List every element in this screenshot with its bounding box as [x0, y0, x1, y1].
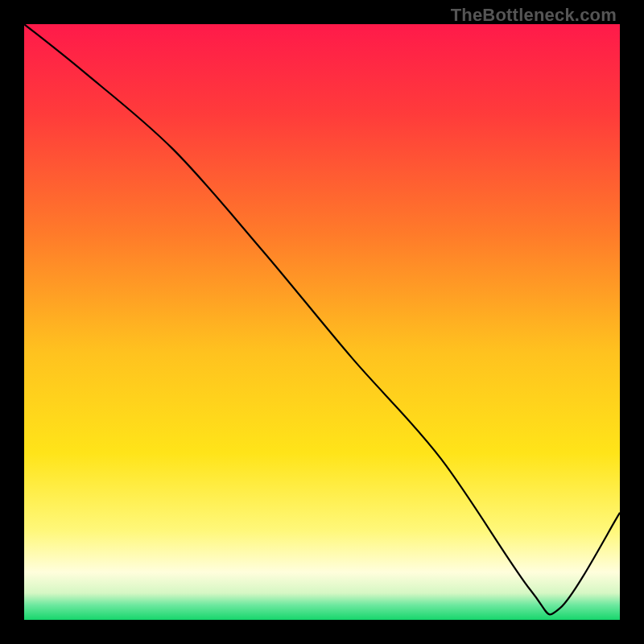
chart-frame: [24, 24, 620, 620]
watermark-text: TheBottleneck.com: [451, 5, 617, 26]
bottleneck-chart: [24, 24, 620, 620]
